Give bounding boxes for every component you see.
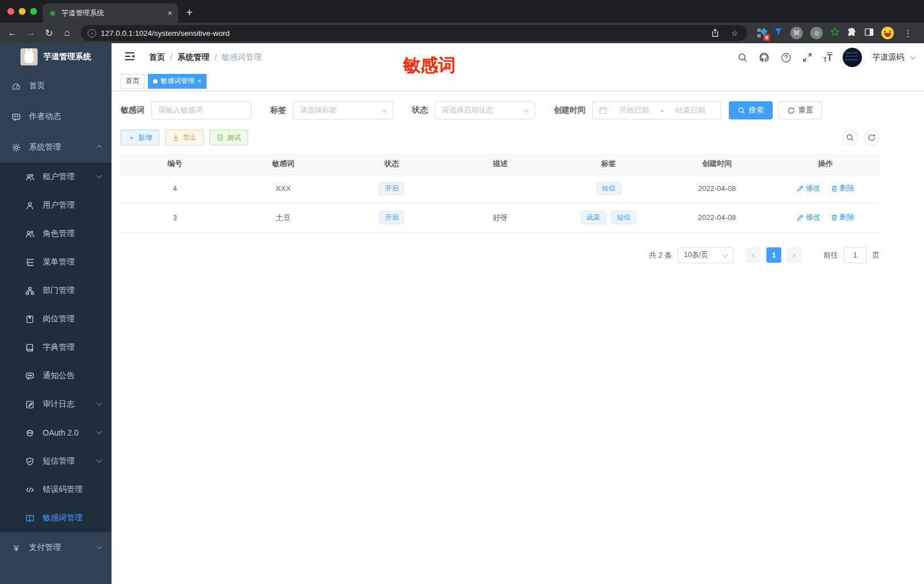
close-window-button[interactable] — [7, 8, 14, 15]
edit-link[interactable]: 修改 — [797, 212, 820, 222]
sidebar-item-menu-management[interactable]: 菜单管理 — [0, 248, 112, 276]
extensions-puzzle-icon[interactable] — [847, 27, 857, 39]
minimize-window-button[interactable] — [19, 8, 26, 15]
sidebar-item-sms-management[interactable]: 短信管理 — [0, 447, 112, 475]
sidebar-item-home[interactable]: 首页 — [0, 71, 112, 101]
extension-badge: 9 — [764, 34, 770, 41]
logo-rabbit-avatar — [20, 48, 38, 65]
fullscreen-icon[interactable] — [802, 52, 813, 63]
org-chart-icon — [25, 286, 35, 296]
tag-filter-select[interactable]: 请选择标签 — [293, 101, 393, 119]
page-1-button[interactable]: 1 — [766, 247, 781, 263]
cell-description: 好呀 — [446, 203, 555, 232]
page-size-select[interactable]: 10条/页 — [678, 247, 733, 263]
user-avatar[interactable] — [843, 48, 862, 67]
font-size-icon[interactable]: TT — [823, 52, 832, 63]
status-filter-label: 状态 — [412, 105, 428, 115]
tag-sensitive-word[interactable]: 敏感词管理 × — [148, 74, 207, 89]
star-extension-icon[interactable] — [830, 27, 840, 39]
tab-close-icon[interactable]: × — [168, 9, 172, 18]
add-button[interactable]: ＋ 新增 — [121, 130, 159, 146]
help-icon[interactable] — [780, 52, 791, 63]
cell-created: 2022-04-08 — [663, 174, 772, 203]
reload-icon[interactable]: ↻ — [41, 25, 57, 41]
tree-list-icon — [25, 258, 35, 267]
edit-link[interactable]: 修改 — [797, 183, 820, 193]
forward-icon[interactable]: → — [23, 25, 39, 41]
page-unit-label: 页 — [872, 250, 880, 260]
chevron-down-icon[interactable] — [910, 54, 916, 60]
sidebar-item-notice[interactable]: 通知公告 — [0, 362, 112, 390]
tag-close-icon[interactable]: × — [197, 77, 201, 85]
sidebar-item-role-management[interactable]: 角色管理 — [0, 219, 112, 248]
sidebar-item-audit-log[interactable]: 审计日志 — [0, 390, 112, 419]
breadcrumb-system[interactable]: 系统管理 — [178, 52, 209, 63]
bookmark-star-icon[interactable]: ☆ — [729, 27, 740, 39]
site-info-icon[interactable]: i — [88, 29, 96, 38]
search-button[interactable]: 搜索 — [729, 101, 773, 119]
sidebar-item-pay-management[interactable]: ¥ 支付管理 — [0, 532, 112, 563]
next-page-button[interactable]: › — [787, 247, 802, 263]
side-panel-icon[interactable] — [864, 27, 874, 39]
search-icon[interactable] — [737, 52, 748, 63]
home-icon[interactable]: ⌂ — [59, 25, 75, 41]
sidebar-item-sensitive-word[interactable]: 敏感词管理 — [0, 504, 112, 532]
sidebar-item-error-code[interactable]: 错误码管理 — [0, 475, 112, 504]
delete-link[interactable]: 删除 — [831, 212, 855, 222]
page-content: 敏感词 请输入敏感词 标签 请选择标签 状态 请选择启用状态 — [112, 91, 924, 263]
back-icon[interactable]: ← — [5, 25, 20, 41]
column-header-tags: 标签 — [554, 154, 663, 174]
sidebar-item-user-management[interactable]: 用户管理 — [0, 191, 112, 219]
open-book-icon — [25, 513, 35, 523]
time-filter-label: 创建时间 — [554, 105, 585, 115]
download-icon — [172, 134, 179, 141]
browser-menu-icon[interactable]: ⋮ — [901, 28, 915, 39]
tags-view: 首页 敏感词管理 × — [112, 72, 924, 91]
tab-title: 芋道管理系统 — [61, 9, 163, 18]
user-name[interactable]: 芋道源码 — [872, 52, 904, 63]
tag-home[interactable]: 首页 — [121, 74, 145, 89]
sidebar-item-system-management[interactable]: 系统管理 — [0, 132, 112, 163]
tab-favicon-icon — [48, 9, 57, 18]
sidebar-item-author-news[interactable]: 作者动态 — [0, 101, 112, 132]
status-badge: 开启 — [379, 211, 404, 224]
zoom-window-button[interactable] — [30, 8, 37, 15]
sidebar-item-dict-management[interactable]: 字典管理 — [0, 333, 112, 362]
sidebar-item-tenant-management[interactable]: 租户管理 — [0, 163, 112, 191]
sidebar-item-oauth[interactable]: OAuth 2.0 — [0, 419, 112, 447]
window-controls[interactable] — [7, 8, 37, 15]
status-filter-select[interactable]: 请选择启用状态 — [435, 101, 535, 119]
url-text: 127.0.0.1:1024/system/sensitive-word — [101, 29, 230, 38]
address-bar[interactable]: i 127.0.0.1:1024/system/sensitive-word ☆ — [81, 25, 747, 41]
filter-extension-icon[interactable] — [774, 27, 783, 39]
export-button[interactable]: 导出 — [165, 130, 204, 146]
recorder-extension-icon[interactable] — [810, 27, 823, 39]
sidebar-item-post-management[interactable]: 岗位管理 — [0, 305, 112, 333]
date-range-picker[interactable]: 开始日期 - 结束日期 — [592, 101, 721, 119]
calendar-icon — [599, 106, 607, 114]
chevron-down-icon — [523, 107, 529, 113]
tag-chip: 短信 — [611, 211, 636, 224]
browser-tab[interactable]: 芋道管理系统 × — [43, 3, 178, 23]
test-button[interactable]: 测试 — [209, 130, 248, 146]
refresh-table-button[interactable] — [864, 130, 880, 146]
sidebar-item-dept-management[interactable]: 部门管理 — [0, 276, 112, 305]
delete-link[interactable]: 删除 — [831, 183, 855, 193]
github-icon[interactable] — [758, 52, 770, 63]
tab-manager-extension-icon[interactable]: 9 — [757, 28, 766, 38]
profile-avatar-icon[interactable] — [881, 27, 894, 39]
word-filter-label: 敏感词 — [121, 105, 145, 115]
command-extension-icon[interactable]: ⌘ — [790, 27, 803, 39]
column-header-created: 创建时间 — [663, 154, 772, 174]
word-filter-input[interactable]: 请输入敏感词 — [151, 101, 251, 119]
reset-button[interactable]: 重置 — [778, 101, 822, 119]
sidebar-toggle-icon[interactable] — [121, 49, 139, 66]
share-icon[interactable] — [710, 27, 721, 39]
prev-page-button[interactable]: ‹ — [746, 247, 761, 263]
goto-page-input[interactable]: 1 — [844, 247, 867, 263]
new-tab-button[interactable]: + — [186, 6, 193, 19]
refresh-icon — [787, 107, 795, 114]
breadcrumb-home[interactable]: 首页 — [149, 52, 165, 63]
show-search-toggle-button[interactable] — [842, 130, 858, 146]
app-logo[interactable]: 芋道管理系统 — [0, 43, 112, 71]
